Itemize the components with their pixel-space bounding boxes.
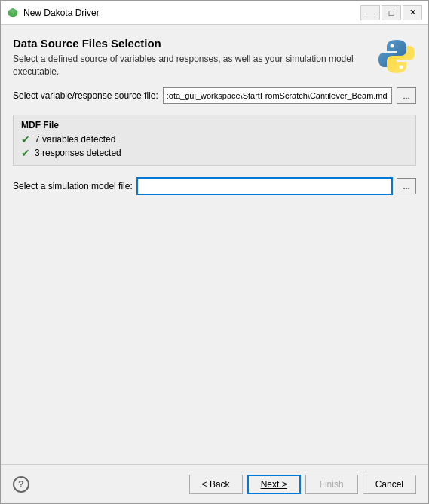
footer-buttons: < Back Next > Finish Cancel bbox=[189, 475, 416, 494]
close-button[interactable]: ✕ bbox=[403, 5, 422, 20]
simulation-model-input[interactable] bbox=[137, 178, 392, 194]
svg-point-3 bbox=[400, 66, 403, 69]
window-title: New Dakota Driver bbox=[23, 8, 360, 18]
variable-source-browse-button[interactable]: ... bbox=[397, 87, 416, 104]
form-section: Select variable/response source file: ..… bbox=[13, 87, 416, 458]
minimize-button[interactable]: — bbox=[360, 5, 380, 20]
page-header-text: Data Source Files Selection Select a def… bbox=[13, 37, 368, 78]
footer: ? < Back Next > Finish Cancel bbox=[1, 464, 428, 503]
page-header: Data Source Files Selection Select a def… bbox=[13, 37, 416, 78]
maximize-button[interactable]: □ bbox=[382, 5, 401, 20]
page-title: Data Source Files Selection bbox=[13, 37, 368, 50]
next-button-label: Next > bbox=[261, 479, 287, 490]
simulation-model-browse-button[interactable]: ... bbox=[397, 178, 416, 194]
mdf-title: MDF File bbox=[21, 120, 408, 130]
content-area: Data Source Files Selection Select a def… bbox=[1, 25, 428, 464]
variable-source-row: Select variable/response source file: ..… bbox=[13, 87, 416, 104]
python-logo bbox=[377, 37, 416, 76]
finish-button[interactable]: Finish bbox=[305, 475, 358, 494]
main-window: New Dakota Driver — □ ✕ Data Source File… bbox=[0, 0, 429, 504]
app-icon bbox=[7, 7, 19, 19]
responses-check-icon: ✔ bbox=[21, 147, 30, 159]
responses-detected-item: ✔ 3 responses detected bbox=[21, 147, 408, 159]
variables-check-icon: ✔ bbox=[21, 133, 30, 145]
variable-source-label: Select variable/response source file: bbox=[13, 90, 158, 101]
title-bar: New Dakota Driver — □ ✕ bbox=[1, 1, 428, 25]
next-button[interactable]: Next > bbox=[247, 475, 301, 494]
page-description: Select a defined source of variables and… bbox=[13, 53, 368, 78]
simulation-model-label: Select a simulation model file: bbox=[13, 181, 133, 191]
variable-source-input[interactable] bbox=[163, 87, 392, 104]
help-button[interactable]: ? bbox=[13, 476, 29, 493]
mdf-info-box: MDF File ✔ 7 variables detected ✔ 3 resp… bbox=[13, 115, 416, 166]
responses-detected-text: 3 responses detected bbox=[35, 148, 121, 158]
window-controls: — □ ✕ bbox=[360, 5, 422, 20]
variables-detected-item: ✔ 7 variables detected bbox=[21, 133, 408, 145]
cancel-button[interactable]: Cancel bbox=[363, 475, 416, 494]
svg-point-2 bbox=[391, 44, 394, 48]
back-button[interactable]: < Back bbox=[189, 475, 243, 494]
simulation-model-row: Select a simulation model file: ... bbox=[13, 178, 416, 194]
variables-detected-text: 7 variables detected bbox=[35, 134, 115, 145]
